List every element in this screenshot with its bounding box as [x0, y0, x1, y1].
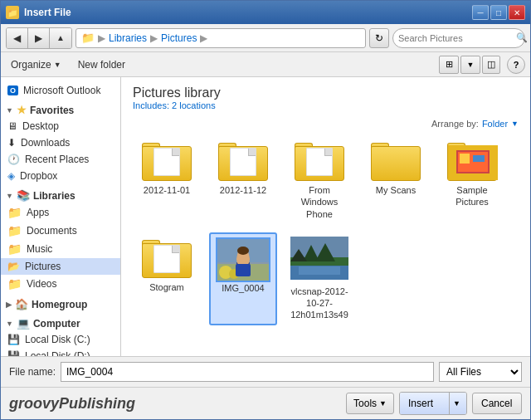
view-icon-button[interactable]: ⊞: [439, 56, 459, 74]
search-box: 🔍: [392, 28, 525, 48]
forward-button[interactable]: ▶: [28, 28, 50, 48]
list-item[interactable]: 2012-11-01: [133, 135, 201, 224]
favorites-arrow-icon: ▼: [6, 106, 13, 115]
arrange-by-value[interactable]: Folder: [482, 119, 508, 129]
sidebar: O Microsoft Outlook ▼ ★ Favorites 🖥 Desk…: [1, 77, 121, 356]
insert-label: Insert: [408, 398, 433, 409]
sidebar-apps-label: Apps: [27, 207, 49, 218]
disk-c-icon: 💾: [7, 334, 20, 345]
breadcrumb-pictures[interactable]: Pictures: [161, 32, 197, 44]
arrange-chevron-icon[interactable]: ▼: [511, 120, 519, 128]
file-type-select[interactable]: All Files: [439, 362, 522, 382]
sidebar-outlook-label: Microsoft Outlook: [23, 85, 100, 96]
arrange-bar: Arrange by: Folder ▼: [133, 119, 519, 129]
tools-button[interactable]: Tools ▼: [346, 393, 394, 414]
new-folder-button[interactable]: New folder: [73, 57, 130, 72]
sidebar-disk-c-label: Local Disk (C:): [25, 334, 90, 345]
insert-button[interactable]: Insert: [400, 393, 450, 414]
sidebar-dropbox-label: Dropbox: [20, 170, 57, 182]
view-preview-button[interactable]: ◫: [482, 56, 500, 74]
refresh-button[interactable]: ↻: [369, 28, 389, 48]
view-buttons: ⊞ ▼ ◫: [439, 56, 500, 74]
tools-chevron-icon: ▼: [379, 399, 387, 408]
help-button[interactable]: ?: [507, 56, 525, 74]
sidebar-item-downloads[interactable]: ⬇ Downloads: [1, 134, 120, 151]
organize-chevron-icon: ▼: [54, 61, 61, 69]
insert-dropdown-button[interactable]: ▼: [450, 393, 466, 414]
file-name-label: File name:: [9, 366, 56, 378]
content-subtitle[interactable]: Includes: 2 locations: [133, 100, 519, 110]
sidebar-item-recent[interactable]: 🕐 Recent Places: [1, 151, 120, 168]
sidebar-item-dropbox[interactable]: ◈ Dropbox: [1, 168, 120, 184]
maximize-button[interactable]: □: [490, 5, 507, 20]
back-button[interactable]: ◀: [7, 28, 28, 48]
sidebar-favorites-label: Favorites: [30, 105, 74, 116]
sidebar-item-documents[interactable]: 📁 Documents: [1, 222, 120, 240]
address-bar: ◀ ▶ ▲ 📁 ▶ Libraries ▶ Pictures ▶ ↻ 🔍: [1, 24, 530, 52]
sidebar-item-videos[interactable]: 📁 Videos: [1, 275, 120, 293]
apps-folder-icon: 📁: [7, 206, 22, 219]
insert-file-dialog: 📁 Insert File ─ □ ✕ ◀ ▶ ▲ 📁 ▶ Libraries …: [0, 0, 531, 420]
breadcrumb-sep1: ▶: [98, 32, 105, 44]
content-area: Pictures library Includes: 2 locations A…: [121, 77, 530, 356]
tools-label: Tools: [353, 398, 377, 409]
computer-arrow-icon: ▼: [6, 320, 13, 328]
disk-d-icon: 💾: [7, 350, 20, 356]
computer-icon: 💻: [17, 317, 30, 330]
sidebar-item-pictures[interactable]: 📂 Pictures: [1, 258, 120, 275]
sidebar-item-disk-d[interactable]: 💾 Local Disk (D:): [1, 348, 120, 356]
documents-folder-icon: 📁: [7, 224, 22, 237]
sidebar-homegroup-header[interactable]: ▶ 🏠 Homegroup: [1, 293, 120, 312]
file-name-bar: File name: All Files: [1, 356, 530, 387]
folder-stogram-icon: [142, 237, 192, 278]
title-bar-text: Insert File: [24, 7, 467, 18]
list-item[interactable]: 2012-11-12: [209, 135, 277, 224]
up-button[interactable]: ▲: [50, 28, 71, 48]
file-label: My Scans: [376, 184, 416, 196]
photo-img0004-icon: [216, 237, 270, 282]
sidebar-item-disk-c[interactable]: 💾 Local Disk (C:): [1, 331, 120, 348]
folder-windows-phone-icon: [295, 139, 344, 181]
list-item[interactable]: IMG_0004: [209, 232, 277, 325]
view-details-button[interactable]: ▼: [460, 56, 480, 74]
content-header: Pictures library Includes: 2 locations: [133, 85, 519, 110]
folder-2012-11-12-icon: [218, 139, 268, 181]
file-label: Sample Pictures: [442, 184, 502, 208]
file-label: IMG_0004: [222, 282, 264, 294]
list-item[interactable]: vlcsnap-2012-10-27-12h01m13s49: [285, 232, 353, 325]
sidebar-item-outlook[interactable]: O Microsoft Outlook: [1, 82, 120, 99]
brand-label: groovyPublishing: [9, 395, 341, 413]
minimize-button[interactable]: ─: [472, 5, 489, 20]
cancel-label: Cancel: [481, 398, 512, 409]
folder-sample-pictures-icon: [447, 139, 497, 181]
sidebar-item-music[interactable]: 📁 Music: [1, 240, 120, 258]
list-item[interactable]: Sample Pictures: [438, 135, 506, 224]
insert-button-group: Insert ▼: [399, 392, 467, 415]
sidebar-music-label: Music: [27, 243, 52, 255]
title-bar-buttons: ─ □ ✕: [472, 5, 525, 20]
svg-rect-21: [299, 266, 340, 275]
arrange-by-label: Arrange by:: [431, 119, 479, 129]
sidebar-documents-label: Documents: [27, 225, 77, 237]
music-folder-icon: 📁: [7, 242, 22, 256]
person-photo-svg: [217, 239, 269, 281]
file-name-input[interactable]: [61, 362, 434, 382]
sidebar-item-apps[interactable]: 📁 Apps: [1, 203, 120, 222]
sidebar-computer-header[interactable]: ▼ 💻 Computer: [1, 312, 120, 331]
recent-icon: 🕐: [7, 154, 20, 165]
close-button[interactable]: ✕: [509, 5, 525, 20]
sidebar-homegroup-label: Homegroup: [32, 299, 87, 310]
sidebar-favorites-header[interactable]: ▼ ★ Favorites: [1, 99, 120, 118]
organize-button[interactable]: Organize ▼: [6, 57, 66, 72]
main-area: O Microsoft Outlook ▼ ★ Favorites 🖥 Desk…: [1, 77, 530, 356]
list-item[interactable]: My Scans: [362, 135, 430, 224]
desktop-icon: 🖥: [7, 120, 17, 132]
list-item[interactable]: Stogram: [133, 232, 201, 325]
list-item[interactable]: From Windows Phone: [285, 135, 353, 224]
search-input[interactable]: [398, 33, 513, 43]
sidebar-libraries-header[interactable]: ▼ 📚 Libraries: [1, 184, 120, 203]
cancel-button[interactable]: Cancel: [472, 393, 522, 414]
window-icon: 📁: [6, 6, 19, 19]
breadcrumb-libraries[interactable]: Libraries: [109, 32, 147, 44]
sidebar-item-desktop[interactable]: 🖥 Desktop: [1, 118, 120, 134]
